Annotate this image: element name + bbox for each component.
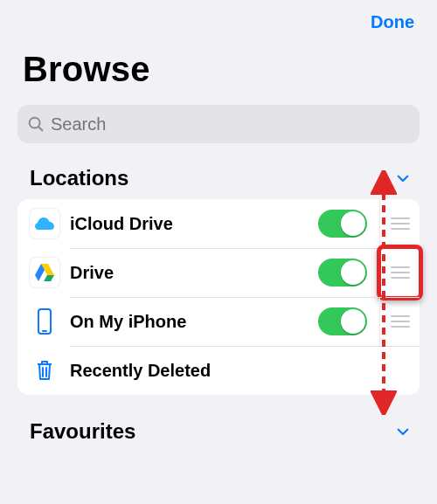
list-item-label: On My iPhone [70, 312, 318, 332]
icloud-icon [30, 209, 59, 238]
toggle-switch[interactable] [318, 210, 367, 238]
list-item[interactable]: Drive [17, 248, 420, 297]
svg-rect-5 [38, 309, 51, 334]
locations-list: iCloud Drive Drive [17, 199, 420, 395]
grip-icon [391, 315, 410, 328]
search-input[interactable] [51, 114, 411, 135]
reorder-handle[interactable] [379, 297, 420, 346]
svg-marker-3 [44, 275, 54, 281]
done-button[interactable]: Done [371, 12, 414, 32]
trash-icon [30, 356, 59, 385]
chevron-down-icon [395, 170, 411, 186]
reorder-handle[interactable] [379, 248, 420, 297]
list-item[interactable]: Recently Deleted [17, 346, 420, 395]
search-field[interactable] [17, 105, 420, 143]
favourites-header[interactable]: Favourites [30, 419, 135, 444]
list-item[interactable]: iCloud Drive [17, 199, 420, 248]
svg-line-1 [38, 127, 42, 130]
gdrive-icon [30, 258, 59, 287]
reorder-handle[interactable] [379, 199, 420, 248]
grip-icon [391, 266, 410, 279]
locations-header[interactable]: Locations [30, 166, 128, 190]
page-title: Browse [0, 41, 437, 105]
list-item-label: Drive [70, 263, 318, 283]
search-icon [26, 114, 45, 134]
list-item-label: Recently Deleted [70, 361, 406, 381]
toggle-switch[interactable] [318, 307, 367, 335]
toggle-switch[interactable] [318, 259, 367, 287]
list-item-label: iCloud Drive [70, 214, 318, 234]
list-item[interactable]: On My iPhone [17, 297, 420, 346]
chevron-down-icon [395, 424, 411, 439]
iphone-icon [30, 307, 59, 336]
grip-icon [391, 217, 410, 230]
